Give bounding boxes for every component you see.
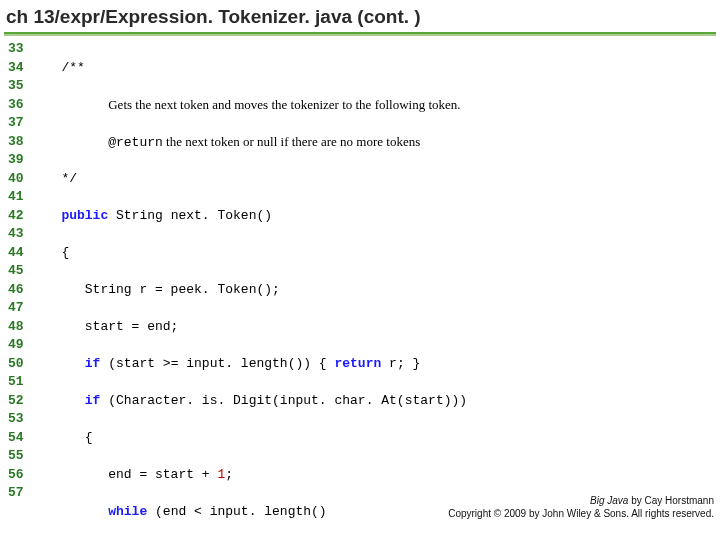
line-number: 57: [4, 484, 38, 503]
code-line: {: [38, 244, 720, 263]
line-number: 51: [4, 373, 38, 392]
code-line: @return the next token or null if there …: [38, 133, 720, 152]
line-number: 48: [4, 318, 38, 337]
line-number: 55: [4, 447, 38, 466]
line-number: 38: [4, 133, 38, 152]
code-line: String r = peek. Token();: [38, 281, 720, 300]
code-line: /**: [38, 59, 720, 78]
code-line: */: [38, 170, 720, 189]
line-number: 45: [4, 262, 38, 281]
line-number: 49: [4, 336, 38, 355]
line-number: 52: [4, 392, 38, 411]
line-number: 33: [4, 40, 38, 59]
code-line: Gets the next token and moves the tokeni…: [38, 96, 720, 115]
line-number: 50: [4, 355, 38, 374]
code-line: end = start + 1;: [38, 466, 720, 485]
line-number: 46: [4, 281, 38, 300]
line-number: 53: [4, 410, 38, 429]
divider-bottom: [4, 34, 716, 36]
line-number: 47: [4, 299, 38, 318]
line-number: 42: [4, 207, 38, 226]
code-content: /** Gets the next token and moves the to…: [38, 40, 720, 540]
code-line: {: [38, 429, 720, 448]
line-number: 43: [4, 225, 38, 244]
code-line: if (Character. is. Digit(input. char. At…: [38, 392, 720, 411]
line-number: 41: [4, 188, 38, 207]
code-line: if (start >= input. length()) { return r…: [38, 355, 720, 374]
line-number: 37: [4, 114, 38, 133]
code-block: 3334353637383940414243444546474849505152…: [0, 40, 720, 540]
line-number-gutter: 3334353637383940414243444546474849505152…: [4, 40, 38, 540]
line-number: 44: [4, 244, 38, 263]
copyright-footer: Big Java by Cay Horstmann Copyright © 20…: [448, 495, 714, 520]
line-number: 56: [4, 466, 38, 485]
slide-title: ch 13/expr/Expression. Tokenizer. java (…: [0, 0, 720, 32]
line-number: 54: [4, 429, 38, 448]
line-number: 35: [4, 77, 38, 96]
line-number: 36: [4, 96, 38, 115]
code-line: public String next. Token(): [38, 207, 720, 226]
code-line: start = end;: [38, 318, 720, 337]
line-number: 40: [4, 170, 38, 189]
line-number: 34: [4, 59, 38, 78]
line-number: 39: [4, 151, 38, 170]
